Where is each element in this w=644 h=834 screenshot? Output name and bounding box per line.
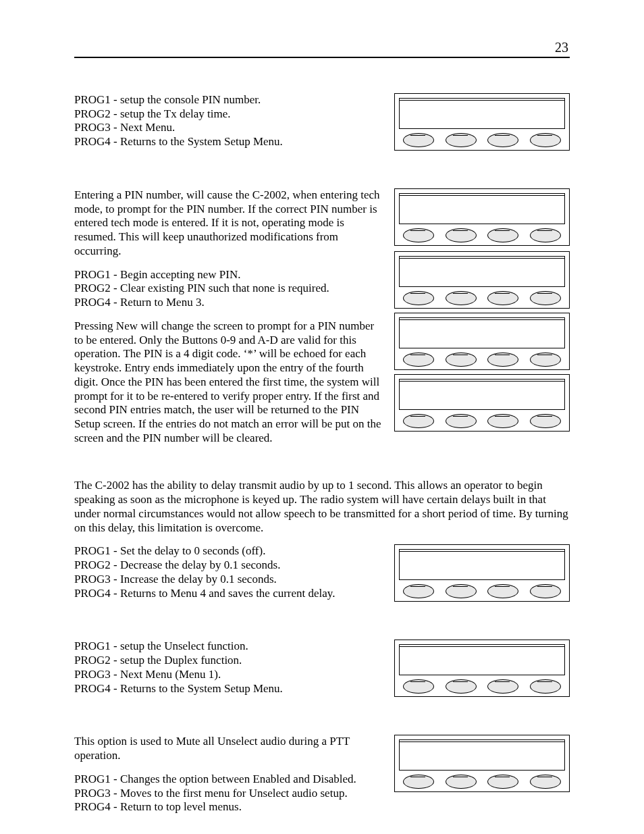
prog-line: PROG4 - Return to top level menus. [74,800,383,814]
prog3-button[interactable] [487,775,518,789]
prog2-button[interactable] [446,775,477,789]
prog-line: PROG1 - Begin accepting new PIN. [74,268,383,282]
prog-line: PROG2 - setup the Tx delay time. [74,107,383,122]
button-row [399,410,565,428]
prog4-button[interactable] [530,584,561,598]
device-panel [394,735,570,792]
prog-line: PROG1 - Changes the option between Enabl… [74,773,383,787]
lcd-display [399,98,565,129]
paragraph: Entering a PIN number, will cause the C-… [74,188,383,259]
prog1-button[interactable] [403,291,434,305]
panel-5 [383,735,570,792]
section-5: This option is used to Mute all Unselect… [74,735,570,814]
prog3-button[interactable] [487,584,518,598]
prog4-button[interactable] [530,775,561,789]
section-4: PROG1 - setup the Unselect function. PRO… [74,640,570,697]
prog2-button[interactable] [446,353,477,367]
device-panel [394,313,570,370]
section-1-text: PROG1 - setup the console PIN number. PR… [74,93,383,149]
page: 23 PROG1 - setup the console PIN number.… [0,0,644,834]
prog2-button[interactable] [446,679,477,694]
prog-line: PROG4 - Returns to the System Setup Menu… [74,135,383,149]
prog1-button[interactable] [403,228,434,242]
prog4-button[interactable] [530,291,561,305]
prog1-button[interactable] [403,414,434,428]
prog3-button[interactable] [487,353,518,367]
prog-line: PROG3 - Next Menu (Menu 1). [74,668,383,682]
prog3-button[interactable] [487,228,518,242]
panel-2-stack [383,188,570,432]
device-panel [394,640,570,697]
prog-line: PROG3 - Next Menu. [74,121,383,135]
prog2-button[interactable] [446,414,477,428]
page-number: 23 [555,39,568,55]
panel-1 [383,93,570,151]
prog1-button[interactable] [403,584,434,598]
paragraph: Pressing New will change the screen to p… [74,319,383,446]
device-panel [394,93,570,151]
prog-line: PROG1 - setup the console PIN number. [74,93,383,107]
paragraph: This option is used to Mute all Unselect… [74,735,383,762]
button-row [399,771,565,789]
device-panel [394,251,570,309]
prog2-button[interactable] [446,291,477,305]
button-row [399,129,565,147]
section-3-text: PROG1 - Set the delay to 0 seconds (off)… [74,544,383,600]
prog-line: PROG3 - Increase the delay by 0.1 second… [74,573,383,587]
prog-line: PROG3 - Moves to the first menu for Unse… [74,787,383,801]
button-row [399,224,565,242]
prog-line: PROG1 - Set the delay to 0 seconds (off)… [74,544,383,558]
section-5-text: This option is used to Mute all Unselect… [74,735,383,814]
prog1-button[interactable] [403,133,434,147]
prog3-button[interactable] [487,133,518,147]
prog4-button[interactable] [530,414,561,428]
prog1-button[interactable] [403,775,434,789]
prog2-button[interactable] [446,228,477,242]
prog2-button[interactable] [446,584,477,598]
paragraph: The C-2002 has the ability to delay tran… [74,479,570,535]
button-row [399,675,565,694]
prog4-button[interactable] [530,679,561,694]
device-panel [394,374,570,432]
prog3-button[interactable] [487,414,518,428]
prog3-button[interactable] [487,679,518,694]
prog-line: PROG4 - Returns to Menu 4 and saves the … [74,587,383,601]
prog4-button[interactable] [530,133,561,147]
button-row [399,287,565,305]
section-3: PROG1 - Set the delay to 0 seconds (off)… [74,544,570,602]
lcd-display [399,379,565,410]
button-row [399,580,565,598]
lcd-display [399,644,565,675]
prog-line: PROG4 - Returns to the System Setup Menu… [74,682,383,696]
section-2-text: Entering a PIN number, will cause the C-… [74,188,383,445]
lcd-display [399,193,565,224]
panel-3 [383,544,570,602]
section-2: Entering a PIN number, will cause the C-… [74,188,570,445]
section-4-text: PROG1 - setup the Unselect function. PRO… [74,640,383,696]
lcd-display [399,739,565,771]
prog-line: PROG2 - setup the Duplex function. [74,654,383,668]
prog1-button[interactable] [403,679,434,694]
device-panel [394,544,570,602]
prog1-button[interactable] [403,353,434,367]
section-1: PROG1 - setup the console PIN number. PR… [74,93,570,151]
prog-line: PROG4 - Return to Menu 3. [74,296,383,310]
prog4-button[interactable] [530,353,561,367]
lcd-display [399,317,565,348]
prog2-button[interactable] [446,133,477,147]
button-row [399,348,565,367]
panel-4 [383,640,570,697]
prog4-button[interactable] [530,228,561,242]
device-panel [394,188,570,246]
prog-line: PROG1 - setup the Unselect function. [74,640,383,654]
page-header: 23 [74,39,570,58]
prog-line: PROG2 - Clear existing PIN such that non… [74,282,383,296]
prog3-button[interactable] [487,291,518,305]
lcd-display [399,549,565,580]
prog-line: PROG2 - Decrease the delay by 0.1 second… [74,558,383,573]
lcd-display [399,256,565,287]
